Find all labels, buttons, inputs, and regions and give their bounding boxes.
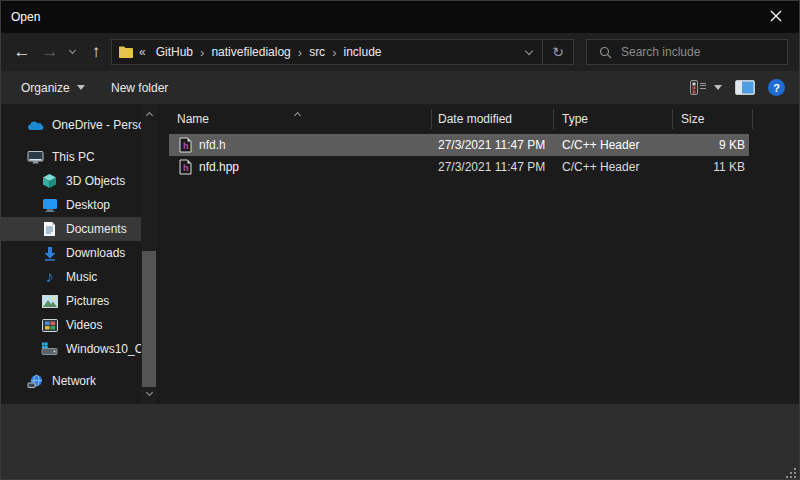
breadcrumb-item-github[interactable]: GitHub bbox=[152, 45, 197, 59]
file-date-modified: 27/3/2021 11:47 PM bbox=[432, 138, 554, 152]
sidebar-item-windows10-os[interactable]: Windows10_OS ( bbox=[1, 337, 141, 361]
breadcrumb-item-nativefiledialog[interactable]: nativefiledialog bbox=[207, 45, 294, 59]
command-bar: Organize New folder bbox=[1, 71, 799, 104]
sidebar-item-label: Network bbox=[52, 374, 96, 388]
refresh-icon: ↻ bbox=[552, 44, 564, 60]
up-icon: ↑ bbox=[92, 42, 101, 62]
sidebar-item-desktop[interactable]: Desktop bbox=[1, 193, 141, 217]
chevron-down-icon bbox=[77, 85, 85, 90]
column-header-size[interactable]: Size bbox=[673, 109, 753, 129]
close-button[interactable] bbox=[753, 1, 799, 33]
sidebar-item-label: Videos bbox=[66, 318, 102, 332]
refresh-button[interactable]: ↻ bbox=[543, 44, 573, 60]
search-icon bbox=[599, 46, 612, 59]
view-controls: ? bbox=[690, 71, 785, 104]
up-button[interactable]: ↑ bbox=[83, 33, 109, 71]
film-icon bbox=[41, 317, 58, 334]
window-title: Open bbox=[11, 10, 40, 24]
sidebar-item-label: OneDrive - Persor bbox=[52, 118, 141, 132]
file-size: 11 KB bbox=[673, 160, 745, 174]
sidebar-item-label: Windows10_OS ( bbox=[66, 342, 141, 356]
music-note-icon: ♪ bbox=[41, 269, 58, 286]
file-type: C/C++ Header bbox=[554, 138, 673, 152]
breadcrumb-separator-icon: › bbox=[295, 45, 305, 60]
breadcrumb-item-include[interactable]: include bbox=[339, 45, 385, 59]
sidebar-item-videos[interactable]: Videos bbox=[1, 313, 141, 337]
address-bar[interactable]: « GitHub › nativefiledialog › src › incl… bbox=[111, 39, 574, 65]
sidebar-item-documents[interactable]: Documents bbox=[1, 217, 141, 241]
sidebar-scrollbar[interactable] bbox=[141, 104, 157, 404]
chevron-down-icon bbox=[68, 47, 75, 54]
column-headers: Name Date modified Type Size bbox=[169, 104, 799, 134]
sidebar-item-downloads[interactable]: Downloads bbox=[1, 241, 141, 265]
sidebar-item-label: This PC bbox=[52, 150, 95, 164]
file-list: Name Date modified Type Size h nfd.h 27/… bbox=[169, 104, 799, 404]
help-icon: ? bbox=[773, 82, 780, 94]
open-dialog-window: Open ← → ↑ « GitHub › nativefiledialog ›… bbox=[0, 0, 800, 480]
sidebar-item-pictures[interactable]: Pictures bbox=[1, 289, 141, 313]
search-box[interactable] bbox=[586, 39, 788, 65]
onedrive-cloud-icon bbox=[27, 117, 44, 134]
sidebar-item-label: Downloads bbox=[66, 246, 125, 260]
breadcrumb-separator-icon: › bbox=[329, 45, 339, 60]
sidebar-item-label: Music bbox=[66, 270, 97, 284]
address-dropdown-button[interactable] bbox=[516, 51, 542, 54]
organize-label: Organize bbox=[21, 81, 70, 95]
cube-icon bbox=[41, 173, 58, 190]
network-icon bbox=[27, 373, 44, 390]
sidebar-item-3d-objects[interactable]: 3D Objects bbox=[1, 169, 141, 193]
sidebar-item-label: Documents bbox=[66, 222, 127, 236]
column-header-date-modified[interactable]: Date modified bbox=[432, 109, 554, 129]
chevron-down-icon bbox=[145, 389, 152, 396]
svg-text:h: h bbox=[183, 163, 189, 173]
breadcrumb-item-src[interactable]: src bbox=[305, 45, 329, 59]
forward-icon: → bbox=[42, 42, 59, 62]
scroll-down-button[interactable] bbox=[141, 387, 157, 401]
folder-icon bbox=[118, 45, 134, 59]
back-button[interactable]: ← bbox=[9, 33, 35, 71]
breadcrumb-separator-icon: › bbox=[197, 45, 207, 60]
file-row-nfd-hpp[interactable]: h nfd.hpp 27/3/2021 11:47 PM C/C++ Heade… bbox=[169, 156, 749, 178]
breadcrumb-overflow-icon[interactable]: « bbox=[139, 45, 146, 59]
sidebar-item-this-pc[interactable]: This PC bbox=[1, 145, 141, 169]
back-icon: ← bbox=[14, 42, 31, 62]
details-view-button[interactable] bbox=[690, 80, 722, 95]
organize-button[interactable]: Organize bbox=[21, 71, 85, 104]
file-name: nfd.h bbox=[199, 138, 226, 152]
details-view-icon bbox=[690, 80, 707, 95]
preview-pane-button[interactable] bbox=[735, 80, 755, 95]
file-type: C/C++ Header bbox=[554, 160, 673, 174]
new-folder-button[interactable]: New folder bbox=[111, 71, 168, 104]
chevron-down-icon bbox=[714, 85, 722, 90]
column-header-name[interactable]: Name bbox=[169, 109, 432, 129]
scroll-up-button[interactable] bbox=[141, 107, 157, 121]
sidebar-item-music[interactable]: ♪ Music bbox=[1, 265, 141, 289]
sidebar-item-network[interactable]: Network bbox=[1, 369, 141, 393]
sort-ascending-icon bbox=[295, 107, 300, 121]
resize-grip[interactable] bbox=[784, 466, 796, 478]
drive-icon bbox=[41, 341, 58, 358]
sidebar-item-label: Pictures bbox=[66, 294, 109, 308]
file-size: 9 KB bbox=[673, 138, 745, 152]
search-input[interactable] bbox=[621, 45, 787, 59]
new-folder-label: New folder bbox=[111, 81, 168, 95]
file-date-modified: 27/3/2021 11:47 PM bbox=[432, 160, 554, 174]
scrollbar-thumb[interactable] bbox=[142, 251, 156, 387]
sidebar-item-label: Desktop bbox=[66, 198, 110, 212]
file-row-nfd-h[interactable]: h nfd.h 27/3/2021 11:47 PM C/C++ Header … bbox=[169, 134, 749, 156]
chevron-down-icon bbox=[525, 46, 533, 54]
column-header-type[interactable]: Type bbox=[554, 109, 673, 129]
computer-icon bbox=[27, 149, 44, 166]
document-icon bbox=[41, 221, 58, 238]
main-area: OneDrive - Persor This PC 3D Objects Des… bbox=[1, 104, 799, 404]
navigation-bar: ← → ↑ « GitHub › nativefiledialog › src … bbox=[1, 33, 799, 71]
recent-locations-button[interactable] bbox=[63, 33, 81, 71]
help-button[interactable]: ? bbox=[768, 79, 785, 96]
forward-button[interactable]: → bbox=[37, 33, 63, 71]
svg-text:h: h bbox=[183, 141, 189, 151]
title-bar: Open bbox=[1, 1, 799, 33]
preview-pane-icon bbox=[735, 80, 755, 95]
dialog-footer: File name: Headers (*.h;*.hpp) Open Canc… bbox=[1, 404, 799, 480]
chevron-up-icon bbox=[145, 112, 152, 119]
sidebar-item-onedrive[interactable]: OneDrive - Persor bbox=[1, 113, 141, 137]
